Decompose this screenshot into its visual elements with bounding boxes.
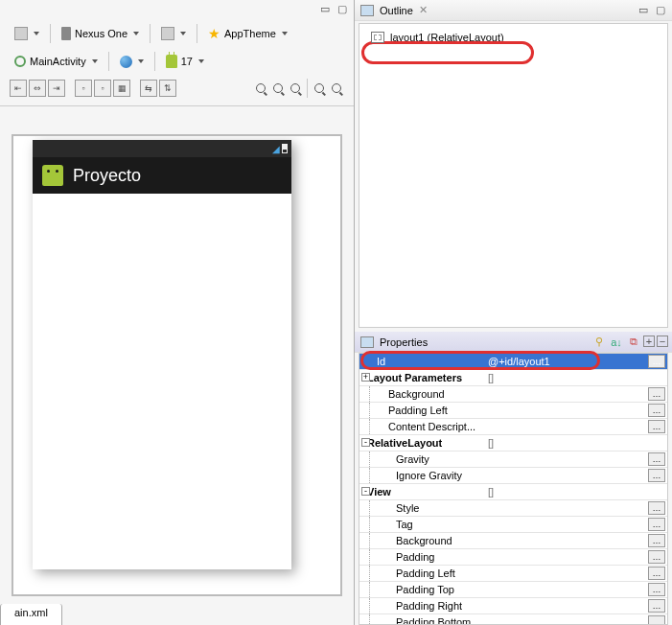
minimize-icon[interactable]: ▭ <box>317 2 333 15</box>
filter-icon[interactable]: ⚲ <box>591 336 607 349</box>
theme-label: AppTheme <box>224 28 276 39</box>
property-edit-button[interactable]: … <box>648 387 665 401</box>
outline-item-layout1[interactable]: layout1 (RelativeLayout) <box>367 30 660 45</box>
property-row[interactable]: Padding… <box>359 549 667 566</box>
orientation-dropdown[interactable] <box>156 24 191 43</box>
properties-title: Properties <box>380 336 428 348</box>
property-row[interactable]: Id@+id/layout1… <box>359 354 667 370</box>
outline-tree[interactable]: layout1 (RelativeLayout) <box>359 23 668 328</box>
property-name: Ignore Gravity <box>359 470 484 481</box>
property-row[interactable]: +Layout Parameters[] <box>359 370 667 386</box>
maximize-icon[interactable]: ▢ <box>653 4 668 17</box>
property-name: Background <box>359 535 484 546</box>
locale-dropdown[interactable] <box>115 53 149 71</box>
sort-az-icon[interactable]: a↓ <box>609 336 624 349</box>
property-value[interactable]: [] <box>484 372 667 383</box>
minimize-icon[interactable]: ▭ <box>636 4 651 17</box>
property-row[interactable]: Gravity… <box>359 451 667 468</box>
property-edit-button[interactable]: … <box>648 452 665 466</box>
property-row[interactable]: Padding Left… <box>359 403 667 419</box>
right-pane: Outline ✕ ▭ ▢ layout1 (RelativeLayout) P… <box>355 0 672 625</box>
property-row[interactable]: Background… <box>359 386 667 403</box>
action-bar: Proyecto <box>33 157 291 194</box>
grid-button[interactable]: ▦ <box>113 80 130 97</box>
activity-dropdown[interactable]: MainActivity <box>10 53 103 70</box>
property-edit-button[interactable]: … <box>648 420 665 433</box>
property-edit-button[interactable]: … <box>648 583 665 596</box>
property-edit-button[interactable]: … <box>648 404 665 417</box>
config-icon <box>14 27 28 40</box>
property-row[interactable]: Content Descript...… <box>359 419 667 435</box>
expander-icon[interactable]: + <box>361 373 370 382</box>
property-edit-button[interactable]: … <box>648 599 665 613</box>
zoom-in-button[interactable] <box>329 81 344 96</box>
align-center-button[interactable]: ⇔ <box>29 80 46 97</box>
signal-icon: ◢ <box>272 144 280 154</box>
property-edit-button[interactable]: … <box>648 469 665 482</box>
dist-h-button[interactable]: ▫ <box>75 80 92 97</box>
device-dropdown[interactable]: Nexus One <box>57 24 144 43</box>
property-edit-button[interactable]: … <box>648 501 665 515</box>
wrap-width-button[interactable]: ⇆ <box>140 80 157 97</box>
config-toolbar-2: MainActivity 17 <box>0 48 354 75</box>
app-launcher-icon <box>42 165 63 186</box>
property-name: Padding Bottom <box>359 616 484 625</box>
properties-view-icon <box>360 336 374 348</box>
property-row[interactable]: Tag… <box>359 517 667 533</box>
property-name: Tag <box>359 519 484 530</box>
zoom-out-button[interactable] <box>312 81 327 96</box>
expand-icon[interactable]: + <box>643 336 655 347</box>
file-tab-label: ain.xml <box>14 607 48 618</box>
properties-table[interactable]: Id@+id/layout1…+Layout Parameters[]Backg… <box>359 353 668 625</box>
properties-container: Properties ⚲ a↓ ⧉ + − Id@+id/layout1…+La… <box>355 332 672 625</box>
battery-icon <box>282 144 288 153</box>
property-value[interactable]: [] <box>484 486 667 498</box>
align-left-button[interactable]: ⇤ <box>10 80 27 97</box>
property-row[interactable]: Padding Left… <box>359 566 667 582</box>
activity-icon <box>14 56 26 67</box>
property-name: Layout Parameters <box>359 372 484 383</box>
config-dropdown[interactable] <box>10 24 44 43</box>
collapse-icon[interactable]: − <box>657 336 668 347</box>
property-row[interactable]: Padding Right… <box>359 598 667 614</box>
property-row[interactable]: Padding Top… <box>359 582 667 598</box>
property-name: Padding Right <box>359 600 484 612</box>
close-view-icon[interactable]: ✕ <box>419 4 428 16</box>
outline-header[interactable]: Outline ✕ ▭ ▢ <box>355 0 672 21</box>
app-title: Proyecto <box>73 166 141 186</box>
zoom-reset-button[interactable] <box>270 81 286 96</box>
property-row[interactable]: Ignore Gravity… <box>359 468 667 484</box>
property-row[interactable]: Style… <box>359 500 667 517</box>
property-name: Padding Left <box>359 567 484 579</box>
properties-header[interactable]: Properties ⚲ a↓ ⧉ + − <box>355 332 672 353</box>
design-editor-pane: ▭ ▢ Nexus One ★ AppTheme MainActivity <box>0 0 355 625</box>
wrap-height-button[interactable]: ⇅ <box>159 80 176 97</box>
dist-v-button[interactable]: ▫ <box>94 80 111 97</box>
property-edit-button[interactable]: … <box>648 567 665 580</box>
maximize-icon[interactable]: ▢ <box>335 2 350 15</box>
property-edit-button[interactable]: … <box>648 550 665 564</box>
align-right-button[interactable]: ⇥ <box>48 80 65 97</box>
device-preview[interactable]: ◢ Proyecto <box>33 140 291 569</box>
property-edit-button[interactable]: … <box>648 615 665 625</box>
advanced-icon[interactable]: ⧉ <box>626 336 641 349</box>
globe-icon <box>120 56 132 68</box>
property-row[interactable]: Background… <box>359 533 667 549</box>
theme-dropdown[interactable]: ★ AppTheme <box>203 23 292 44</box>
property-edit-button[interactable]: … <box>648 355 665 368</box>
property-row[interactable]: Padding Bottom… <box>359 614 667 625</box>
property-edit-button[interactable]: … <box>648 518 665 531</box>
api-dropdown[interactable]: 17 <box>161 52 209 71</box>
outline-view-icon <box>360 5 374 16</box>
property-value[interactable]: @+id/layout1 <box>484 356 648 367</box>
file-tab[interactable]: ain.xml <box>0 604 62 625</box>
property-edit-button[interactable]: … <box>648 534 665 547</box>
expander-icon[interactable]: - <box>361 438 370 447</box>
property-value[interactable]: [] <box>484 437 667 449</box>
zoom-100-button[interactable] <box>288 81 303 96</box>
property-row[interactable]: -View[] <box>359 484 667 500</box>
activity-label: MainActivity <box>30 56 86 67</box>
expander-icon[interactable]: - <box>361 487 370 496</box>
property-row[interactable]: -RelativeLayout[] <box>359 435 667 451</box>
zoom-fit-button[interactable] <box>253 81 268 96</box>
